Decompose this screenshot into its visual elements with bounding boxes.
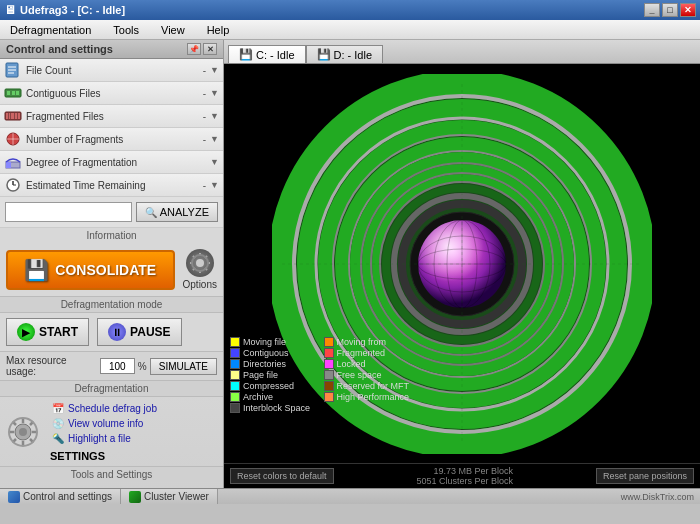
legend-color-moving — [230, 337, 240, 347]
schedule-icon: 📅 — [52, 403, 64, 414]
panel-pin-button[interactable]: 📌 — [187, 43, 201, 55]
tools-label: Tools and Settings — [0, 466, 223, 482]
defragmentation-label: Defragmentation — [0, 381, 223, 397]
left-panel: Control and settings 📌 ✕ File Count - ▼ … — [0, 40, 224, 488]
reset-colors-button[interactable]: Reset colors to default — [230, 468, 334, 484]
options-gear-icon — [186, 249, 214, 277]
status-tab-control[interactable]: Control and settings — [0, 489, 121, 504]
reset-pane-button[interactable]: Reset pane positions — [596, 468, 694, 484]
time-label: Estimated Time Remaining — [26, 180, 203, 191]
window-title: Udefrag3 - [C: - Idle] — [16, 4, 644, 16]
analyze-area: 🔍 ANALYZE — [0, 197, 223, 228]
legend-color-contiguous — [230, 348, 240, 358]
legend-interblock: Interblock Space — [230, 403, 316, 413]
close-button[interactable]: ✕ — [680, 3, 696, 17]
legend-color-interblock — [230, 403, 240, 413]
fragmented-value: - — [203, 111, 206, 122]
menu-tools[interactable]: Tools — [107, 22, 145, 38]
stat-fragments: Number of Fragments - ▼ — [0, 128, 223, 151]
file-count-label: File Count — [26, 65, 203, 76]
settings-icon — [4, 413, 42, 451]
svg-rect-10 — [9, 113, 10, 119]
legend-color-compressed — [230, 381, 240, 391]
highlight-file-link[interactable]: 🔦 Highlight a file — [50, 431, 159, 446]
settings-area: 📅 Schedule defrag job 💿 View volume info… — [0, 397, 223, 466]
contiguous-arrow: ▼ — [210, 88, 219, 98]
legend-color-locked — [324, 359, 334, 369]
cluster-visualization: Moving file Moving from Contiguous Fragm… — [224, 64, 700, 463]
options-button[interactable]: Options — [183, 249, 217, 290]
legend-color-archive — [230, 392, 240, 402]
title-controls: _ □ ✕ — [644, 3, 696, 17]
svg-rect-12 — [15, 113, 17, 119]
legend-color-directories — [230, 359, 240, 369]
fragmented-arrow: ▼ — [210, 111, 219, 121]
legend-contiguous: Contiguous — [230, 348, 316, 358]
options-label: Options — [183, 279, 217, 290]
resource-row: Max resource usage: % SIMULATE — [0, 352, 223, 381]
svg-point-26 — [19, 428, 27, 436]
status-tab-cluster[interactable]: Cluster Viewer — [121, 489, 218, 504]
schedule-defrag-link[interactable]: 📅 Schedule defrag job — [50, 401, 159, 416]
c-drive-icon: 💾 — [239, 48, 253, 61]
clusters-per-block: 5051 Clusters Per Block — [416, 476, 513, 486]
defrag-mode-label: Defragmentation mode — [0, 297, 223, 313]
file-count-arrow: ▼ — [210, 65, 219, 75]
minimize-button[interactable]: _ — [644, 3, 660, 17]
legend-fragmented: Fragmented — [324, 348, 410, 358]
status-control-label: Control and settings — [23, 491, 112, 502]
legend-free-space: Free space — [324, 370, 410, 380]
fragments-label: Number of Fragments — [26, 134, 203, 145]
block-info: 19.73 MB Per Block 5051 Clusters Per Blo… — [416, 466, 513, 486]
fragments-icon — [4, 131, 22, 147]
fragments-arrow: ▼ — [210, 134, 219, 144]
status-cluster-label: Cluster Viewer — [144, 491, 209, 502]
panel-header-buttons: 📌 ✕ — [187, 43, 217, 55]
degree-label: Degree of Fragmentation — [26, 157, 206, 168]
analyze-button[interactable]: 🔍 ANALYZE — [136, 202, 218, 222]
legend-moving-file: Moving file — [230, 337, 316, 347]
legend-archive: Archive — [230, 392, 316, 402]
contiguous-label: Contiguous Files — [26, 88, 203, 99]
action-area: 💾 CONSOLIDATE Options — [0, 243, 223, 297]
view-volume-link[interactable]: 💿 View volume info — [50, 416, 159, 431]
panel-close-button[interactable]: ✕ — [203, 43, 217, 55]
degree-icon — [4, 154, 22, 170]
legend-color-moving-from — [324, 337, 334, 347]
fragmented-icon — [4, 108, 22, 124]
svg-point-22 — [196, 259, 204, 267]
pause-button[interactable]: ⏸ PAUSE — [97, 318, 181, 346]
time-arrow: ▼ — [210, 180, 219, 190]
degree-arrow: ▼ — [210, 157, 219, 167]
fragments-value: - — [203, 134, 206, 145]
svg-rect-9 — [6, 113, 8, 119]
menu-defragmentation[interactable]: Defragmentation — [4, 22, 97, 38]
stat-degree: Degree of Fragmentation ▼ — [0, 151, 223, 174]
tab-d-drive[interactable]: 💾 D: - Idle — [306, 45, 384, 63]
menu-view[interactable]: View — [155, 22, 191, 38]
information-label: Information — [0, 228, 223, 243]
resource-input[interactable] — [100, 358, 135, 374]
stat-time: Estimated Time Remaining - ▼ — [0, 174, 223, 197]
settings-label: SETTINGS — [50, 446, 159, 462]
menu-help[interactable]: Help — [201, 22, 236, 38]
stat-fragmented: Fragmented Files - ▼ — [0, 105, 223, 128]
menu-bar: Defragmentation Tools View Help — [0, 20, 700, 40]
file-count-icon — [4, 62, 22, 78]
legend-locked: Locked — [324, 359, 410, 369]
start-button[interactable]: ▶ START — [6, 318, 89, 346]
legend-high-performance: High Performance — [324, 392, 410, 402]
panel-header: Control and settings 📌 ✕ — [0, 40, 223, 59]
maximize-button[interactable]: □ — [662, 3, 678, 17]
tab-c-drive[interactable]: 💾 C: - Idle — [228, 45, 306, 63]
analyze-input-bar — [5, 202, 132, 222]
consolidate-button[interactable]: 💾 CONSOLIDATE — [6, 250, 175, 290]
legend-reserved-mft: Reserved for MFT — [324, 381, 410, 391]
time-value: - — [203, 180, 206, 191]
status-bar: Control and settings Cluster Viewer www.… — [0, 488, 700, 504]
cluster-viewer-icon — [129, 491, 141, 503]
resource-unit: % — [138, 361, 147, 372]
stat-file-count: File Count - ▼ — [0, 59, 223, 82]
file-count-value: - — [203, 65, 206, 76]
simulate-button[interactable]: SIMULATE — [150, 358, 217, 375]
